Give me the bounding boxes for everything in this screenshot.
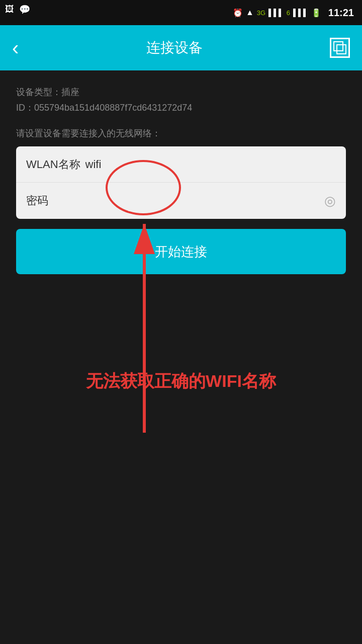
status-bar: 🖼 💬 ⏰ ▲ 3G ▌▌▌ 6 ▌▌▌ 🔋 11:21 [0, 0, 362, 25]
back-button[interactable]: ‹ [12, 37, 19, 59]
form-card: WLAN名称 密码 ◎ [16, 146, 346, 219]
annotation-area: 无法获取正确的WIFI名称 [16, 294, 346, 393]
wlan-input[interactable] [80, 158, 336, 171]
alarm-icon: ⏰ [233, 8, 243, 18]
signal-3g-icon: 3G [257, 9, 265, 17]
password-label: 密码 [26, 193, 71, 208]
eye-icon[interactable]: ◎ [324, 193, 336, 209]
instruction-text: 请设置设备需要连接入的无线网络： [16, 127, 346, 139]
status-time: 11:21 [328, 7, 354, 19]
right-status-icons: ⏰ ▲ 3G ▌▌▌ 6 ▌▌▌ 🔋 11:21 [233, 7, 354, 19]
signal-bars2-icon: ▌▌▌ [293, 9, 308, 17]
signal-6-icon: 6 [287, 9, 290, 17]
main-content: 设备类型：插座 ID：055794ba151d408887f7cd6431272… [0, 70, 362, 407]
image-icon: 🖼 [5, 4, 14, 15]
page-title: 连接设备 [146, 38, 203, 57]
device-id: ID：055794ba151d408887f7cd6431272d74 [16, 100, 346, 116]
battery-icon: 🔋 [311, 8, 321, 18]
connect-button[interactable]: 开始连接 [16, 229, 346, 274]
password-row: 密码 ◎ [16, 183, 346, 219]
device-info: 设备类型：插座 ID：055794ba151d408887f7cd6431272… [16, 85, 346, 115]
scan-button[interactable] [330, 38, 350, 58]
password-input[interactable] [71, 194, 324, 207]
error-text: 无法获取正确的WIFI名称 [16, 370, 346, 393]
chat-icon: 💬 [19, 4, 30, 15]
wifi-status-icon: ▲ [246, 8, 254, 17]
nav-bar: ‹ 连接设备 [0, 25, 362, 70]
device-type: 设备类型：插座 [16, 85, 346, 100]
wlan-row: WLAN名称 [16, 146, 346, 183]
wlan-label: WLAN名称 [26, 157, 80, 172]
left-status-icons: 🖼 💬 [5, 4, 30, 15]
signal-bars-icon: ▌▌▌ [268, 9, 284, 17]
